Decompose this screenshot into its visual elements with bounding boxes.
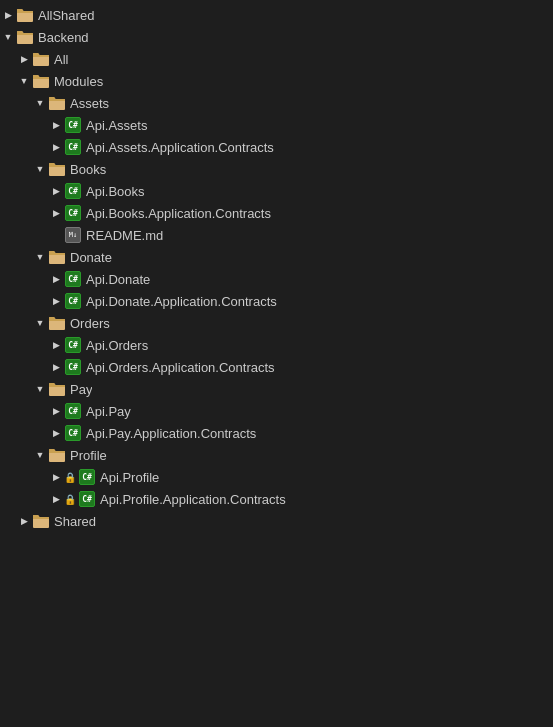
tree-item-books[interactable]: Books	[0, 158, 553, 180]
expand-arrow[interactable]	[0, 29, 16, 45]
tree-item-api-assets[interactable]: C#Api.Assets	[0, 114, 553, 136]
expand-arrow[interactable]	[16, 73, 32, 89]
tree-item-api-donate-contracts[interactable]: C#Api.Donate.Application.Contracts	[0, 290, 553, 312]
tree-item-backend[interactable]: Backend	[0, 26, 553, 48]
item-label: Api.Books.Application.Contracts	[86, 206, 271, 221]
folder-icon	[48, 380, 66, 398]
lock-icon: 🔒	[64, 472, 76, 483]
tree-item-api-profile[interactable]: 🔒C#Api.Profile	[0, 466, 553, 488]
item-label: Api.Pay	[86, 404, 131, 419]
expand-arrow[interactable]	[48, 403, 64, 419]
lock-icon: 🔒	[64, 494, 76, 505]
tree-item-api-orders[interactable]: C#Api.Orders	[0, 334, 553, 356]
cs-file-icon: C#	[78, 490, 96, 508]
tree-item-pay[interactable]: Pay	[0, 378, 553, 400]
expand-arrow[interactable]	[32, 315, 48, 331]
item-label: Api.Donate	[86, 272, 150, 287]
cs-file-icon: C#	[64, 358, 82, 376]
expand-arrow[interactable]	[48, 227, 64, 243]
item-label: Backend	[38, 30, 89, 45]
folder-icon	[48, 160, 66, 178]
item-label: Books	[70, 162, 106, 177]
tree-item-donate[interactable]: Donate	[0, 246, 553, 268]
cs-file-icon: C#	[64, 182, 82, 200]
folder-icon	[32, 512, 50, 530]
expand-arrow[interactable]	[16, 513, 32, 529]
expand-arrow[interactable]	[48, 117, 64, 133]
cs-file-icon: C#	[64, 424, 82, 442]
item-label: Pay	[70, 382, 92, 397]
expand-arrow[interactable]	[48, 491, 64, 507]
cs-file-icon: C#	[64, 292, 82, 310]
cs-file-icon: C#	[78, 468, 96, 486]
item-label: Api.Donate.Application.Contracts	[86, 294, 277, 309]
cs-file-icon: C#	[64, 204, 82, 222]
item-label: Api.Pay.Application.Contracts	[86, 426, 256, 441]
folder-icon	[48, 314, 66, 332]
item-label: AllShared	[38, 8, 94, 23]
expand-arrow[interactable]	[48, 359, 64, 375]
cs-file-icon: C#	[64, 116, 82, 134]
cs-file-icon: C#	[64, 270, 82, 288]
expand-arrow[interactable]	[48, 205, 64, 221]
item-label: Profile	[70, 448, 107, 463]
item-label: Donate	[70, 250, 112, 265]
tree-item-modules[interactable]: Modules	[0, 70, 553, 92]
expand-arrow[interactable]	[48, 183, 64, 199]
tree-item-all[interactable]: All	[0, 48, 553, 70]
expand-arrow[interactable]	[48, 293, 64, 309]
tree-item-allshared[interactable]: AllShared	[0, 4, 553, 26]
folder-icon	[32, 72, 50, 90]
item-label: Api.Books	[86, 184, 145, 199]
expand-arrow[interactable]	[16, 51, 32, 67]
cs-file-icon: C#	[64, 138, 82, 156]
item-label: All	[54, 52, 68, 67]
tree-item-api-books[interactable]: C#Api.Books	[0, 180, 553, 202]
item-label: README.md	[86, 228, 163, 243]
expand-arrow[interactable]	[0, 7, 16, 23]
file-tree: AllShared Backend All Modules AssetsC#Ap…	[0, 0, 553, 536]
folder-icon	[16, 6, 34, 24]
item-label: Api.Assets	[86, 118, 147, 133]
folder-icon	[48, 94, 66, 112]
expand-arrow[interactable]	[32, 95, 48, 111]
item-label: Api.Profile	[100, 470, 159, 485]
tree-item-orders[interactable]: Orders	[0, 312, 553, 334]
tree-item-api-assets-contracts[interactable]: C#Api.Assets.Application.Contracts	[0, 136, 553, 158]
item-label: Api.Orders	[86, 338, 148, 353]
folder-icon	[16, 28, 34, 46]
tree-item-api-profile-contracts[interactable]: 🔒C#Api.Profile.Application.Contracts	[0, 488, 553, 510]
expand-arrow[interactable]	[32, 161, 48, 177]
tree-item-api-donate[interactable]: C#Api.Donate	[0, 268, 553, 290]
folder-icon	[48, 248, 66, 266]
tree-item-api-pay-contracts[interactable]: C#Api.Pay.Application.Contracts	[0, 422, 553, 444]
expand-arrow[interactable]	[48, 469, 64, 485]
expand-arrow[interactable]	[48, 425, 64, 441]
cs-file-icon: C#	[64, 336, 82, 354]
expand-arrow[interactable]	[32, 447, 48, 463]
cs-file-icon: C#	[64, 402, 82, 420]
tree-item-api-orders-contracts[interactable]: C#Api.Orders.Application.Contracts	[0, 356, 553, 378]
md-file-icon: M↓	[64, 226, 82, 244]
item-label: Modules	[54, 74, 103, 89]
tree-item-profile[interactable]: Profile	[0, 444, 553, 466]
expand-arrow[interactable]	[48, 139, 64, 155]
expand-arrow[interactable]	[48, 271, 64, 287]
item-label: Api.Profile.Application.Contracts	[100, 492, 286, 507]
tree-item-api-pay[interactable]: C#Api.Pay	[0, 400, 553, 422]
folder-icon	[32, 50, 50, 68]
tree-item-api-books-contracts[interactable]: C#Api.Books.Application.Contracts	[0, 202, 553, 224]
tree-item-assets[interactable]: Assets	[0, 92, 553, 114]
expand-arrow[interactable]	[48, 337, 64, 353]
item-label: Api.Orders.Application.Contracts	[86, 360, 275, 375]
item-label: Assets	[70, 96, 109, 111]
folder-icon	[48, 446, 66, 464]
expand-arrow[interactable]	[32, 249, 48, 265]
tree-item-shared[interactable]: Shared	[0, 510, 553, 532]
tree-item-readme-md[interactable]: M↓README.md	[0, 224, 553, 246]
item-label: Orders	[70, 316, 110, 331]
item-label: Api.Assets.Application.Contracts	[86, 140, 274, 155]
item-label: Shared	[54, 514, 96, 529]
expand-arrow[interactable]	[32, 381, 48, 397]
